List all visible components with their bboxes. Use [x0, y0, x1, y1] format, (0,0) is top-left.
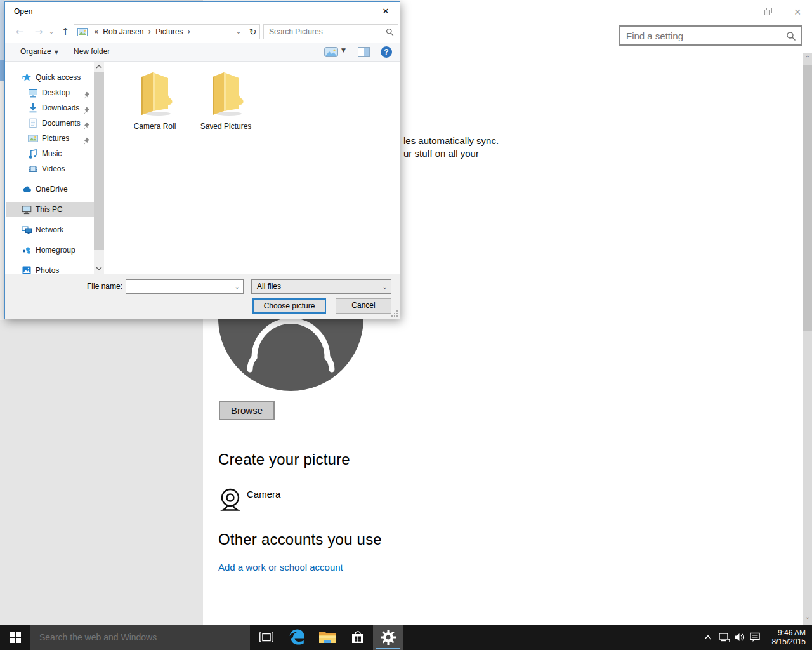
dialog-titlebar[interactable]: Open ✕: [5, 2, 400, 21]
pin-icon: [82, 89, 90, 96]
task-view-icon: [259, 632, 273, 642]
sidebar-item-desktop[interactable]: Desktop: [6, 85, 94, 100]
pin-icon: [82, 119, 90, 127]
dialog-search-input[interactable]: [269, 26, 377, 37]
views-button-icon[interactable]: [324, 47, 338, 57]
cancel-button[interactable]: Cancel: [336, 298, 391, 314]
pictures-icon: [28, 133, 38, 143]
find-setting-input[interactable]: [626, 28, 778, 43]
camera-option-label[interactable]: Camera: [247, 489, 280, 500]
new-folder-button[interactable]: New folder: [74, 43, 110, 61]
tray-action-center-button[interactable]: [747, 625, 763, 650]
scroll-up-icon[interactable]: [96, 64, 102, 69]
resize-grip[interactable]: [391, 310, 398, 317]
camera-icon[interactable]: [219, 488, 242, 513]
sidebar-item-downloads[interactable]: Downloads: [6, 100, 94, 116]
combo-chevron-icon[interactable]: ⌄: [383, 280, 388, 293]
taskbar-search-input[interactable]: [39, 630, 230, 645]
sidebar-item-label: Downloads: [42, 100, 79, 116]
dialog-sidebar-scrollbar[interactable]: [94, 62, 104, 274]
dialog-nav-row: ← → ⌄ ↑ «Rob Jansen›Pictures› ⌄ ↻: [5, 21, 400, 43]
file-explorer-taskbar-button[interactable]: [312, 625, 343, 650]
desktop-icon: [28, 88, 38, 98]
sidebar-item-label: Music: [42, 146, 62, 161]
tray-network-button[interactable]: [717, 625, 732, 650]
settings-restore-button[interactable]: [759, 5, 778, 19]
tray-show-hidden-icons-button[interactable]: [700, 625, 716, 650]
dialog-file-list: Camera RollSaved Pictures: [104, 62, 400, 274]
dialog-content: Quick accessDesktopDownloadsDocumentsPic…: [5, 62, 400, 274]
restore-icon: [764, 8, 772, 15]
pin-icon: [82, 104, 90, 112]
refresh-button[interactable]: ↻: [246, 24, 260, 39]
settings-close-button[interactable]: ✕: [788, 5, 807, 19]
sidebar-item-documents[interactable]: Documents: [6, 116, 94, 131]
sidebar-item-quick-access[interactable]: Quick access: [6, 70, 94, 85]
task-view-button[interactable]: [251, 625, 282, 650]
scroll-up-icon[interactable]: ⌃: [803, 55, 812, 62]
address-bar[interactable]: «Rob Jansen›Pictures› ⌄: [74, 24, 246, 39]
back-button[interactable]: ←: [13, 24, 27, 39]
sidebar-item-this-pc[interactable]: This PC: [6, 202, 94, 217]
breadcrumb-segment[interactable]: Rob Jansen: [102, 25, 145, 39]
combo-chevron-icon[interactable]: ⌄: [235, 280, 240, 293]
find-setting-searchbox[interactable]: [619, 25, 802, 46]
views-dropdown-chevron-icon[interactable]: ▼: [341, 47, 346, 53]
recent-locations-chevron-icon[interactable]: ⌄: [47, 24, 56, 39]
open-dialog: Open ✕ ← → ⌄ ↑ «Rob Jansen›Pictures› ⌄ ↻: [4, 1, 400, 319]
sidebar-item-network[interactable]: Network: [6, 222, 94, 237]
tray-clock[interactable]: 9:46 AM 8/15/2015: [761, 625, 809, 650]
scroll-down-icon[interactable]: ⌄: [803, 613, 812, 620]
this-pc-icon: [22, 204, 32, 215]
sidebar-item-label: Quick access: [36, 70, 81, 85]
settings-minimize-button[interactable]: –: [730, 5, 749, 19]
edge-taskbar-button[interactable]: [282, 625, 312, 650]
choose-picture-button[interactable]: Choose picture: [252, 298, 326, 314]
breadcrumb-segment[interactable]: Pictures: [154, 25, 184, 39]
scrollbar-thumb[interactable]: [94, 72, 104, 250]
pin-icon: [82, 135, 90, 142]
sidebar-item-homegroup[interactable]: Homegroup: [6, 242, 94, 258]
dialog-close-button[interactable]: ✕: [376, 2, 396, 21]
up-button[interactable]: ↑: [58, 24, 72, 39]
forward-button[interactable]: →: [32, 24, 46, 39]
help-button[interactable]: ?: [381, 46, 392, 58]
downloads-icon: [28, 103, 38, 113]
sidebar-item-onedrive[interactable]: OneDrive: [6, 182, 94, 197]
dialog-searchbox[interactable]: [263, 24, 398, 39]
left-edge-strip: [0, 0, 4, 60]
dialog-title: Open: [14, 2, 32, 21]
file-type-combobox[interactable]: All files ⌄: [251, 279, 391, 294]
sidebar-item-photos[interactable]: Photos: [6, 263, 94, 274]
search-icon: [786, 31, 796, 41]
folder-icon: [207, 110, 244, 119]
clock-date: 8/15/2015: [761, 637, 806, 646]
organize-menu[interactable]: Organize▼: [20, 43, 58, 61]
create-picture-heading: Create your picture: [218, 451, 350, 468]
sidebar-item-music[interactable]: Music: [6, 146, 94, 161]
scroll-down-icon[interactable]: [96, 266, 102, 271]
network-icon: [22, 225, 32, 235]
folder-item-camera-roll[interactable]: Camera Roll: [126, 69, 184, 131]
active-app-indicator: [376, 648, 400, 649]
address-dropdown-chevron-icon[interactable]: ⌄: [234, 25, 243, 39]
sidebar-item-label: Photos: [36, 263, 59, 274]
file-name-input[interactable]: [129, 281, 229, 292]
preview-pane-button-icon[interactable]: [358, 47, 370, 57]
sidebar-item-pictures[interactable]: Pictures: [6, 131, 94, 146]
breadcrumb[interactable]: «Rob Jansen›Pictures›: [91, 25, 193, 39]
store-taskbar-button[interactable]: [343, 625, 373, 650]
browse-button[interactable]: Browse: [219, 401, 275, 420]
start-button[interactable]: [0, 625, 30, 650]
dialog-navigation-pane: Quick accessDesktopDownloadsDocumentsPic…: [6, 62, 94, 274]
taskbar-searchbox[interactable]: [30, 625, 250, 650]
folder-item-saved-pictures[interactable]: Saved Pictures: [197, 69, 255, 131]
settings-taskbar-button[interactable]: [373, 625, 403, 650]
tray-volume-button[interactable]: [732, 625, 747, 650]
sidebar-item-videos[interactable]: Videos: [6, 161, 94, 176]
add-account-link[interactable]: Add a work or school account: [218, 562, 343, 573]
settings-scrollbar-thumb[interactable]: [803, 65, 812, 331]
taskbar: The Collection Book: [0, 625, 812, 650]
documents-icon: [28, 118, 38, 128]
file-name-combobox[interactable]: ⌄: [126, 279, 244, 294]
